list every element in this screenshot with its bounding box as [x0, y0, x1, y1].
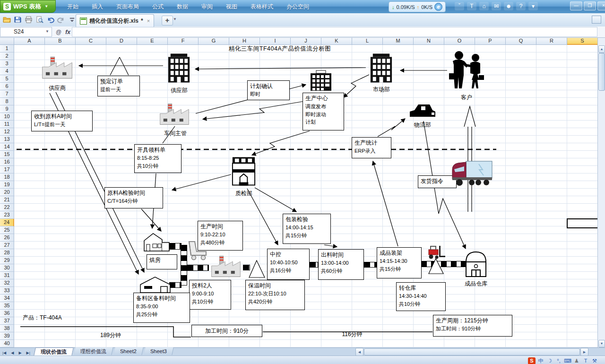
mail-icon[interactable]: ✉ [492, 2, 501, 10]
menu-item-3[interactable]: 公式 [146, 0, 170, 13]
row-header-40[interactable]: 40 [0, 340, 14, 347]
sheet-tab-3[interactable]: Sheet3 [144, 347, 173, 355]
wps-ime-icon[interactable]: S [528, 357, 536, 364]
row-header-6[interactable]: 6 [0, 83, 14, 90]
production-center-icon[interactable] [309, 70, 333, 91]
row-header-22[interactable]: 22 [0, 204, 14, 211]
wps-app-button[interactable]: S WPS 表格 ▼ [0, 0, 56, 13]
column-header-R[interactable]: R [536, 37, 567, 45]
row-header-8[interactable]: 8 [0, 98, 14, 105]
cycle-box[interactable]: 生产周期：1215分钟加工时间：910分钟 [433, 315, 512, 337]
chinese-mode-icon[interactable]: 中 [537, 357, 544, 364]
transfer-box[interactable]: 转仓库14:30-14:40共10分钟 [396, 282, 446, 311]
central-control-box[interactable]: 中控10:40-10:50共16分钟 [267, 249, 310, 280]
material-inspect-box[interactable]: 原料A检验时间C/T=164分钟 [104, 187, 163, 208]
row-header-2[interactable]: 2 [0, 52, 14, 60]
column-header-K[interactable]: K [321, 37, 352, 45]
feeding-box[interactable]: 投料2人9:00-9:10共10分钟 [189, 280, 231, 310]
truck-icon[interactable] [450, 158, 494, 190]
row-header-4[interactable]: 4 [0, 68, 14, 75]
row-header-25[interactable]: 25 [0, 226, 14, 234]
at-icon[interactable]: @ [56, 29, 61, 35]
print-icon[interactable] [24, 15, 33, 24]
production-stat-box[interactable]: 生产统计ERP录入 [352, 137, 391, 158]
column-header-H[interactable]: H [229, 37, 260, 45]
forklift-icon[interactable] [426, 244, 446, 260]
row-header-27[interactable]: 27 [0, 242, 14, 249]
column-header-D[interactable]: D [106, 37, 137, 45]
column-header-Q[interactable]: Q [506, 37, 536, 45]
sheet-nav-2[interactable]: ▶ [16, 351, 24, 355]
racking-box[interactable]: 成品装架14:15-14:30共15分钟 [377, 247, 422, 278]
row-header-13[interactable]: 13 [0, 136, 14, 143]
soft-keyboard-icon[interactable]: ⌨ [564, 357, 571, 364]
column-header-A[interactable]: A [14, 37, 45, 45]
browser-icon[interactable]: e [434, 3, 442, 11]
row-header-30[interactable]: 30 [0, 264, 14, 272]
skin-icon[interactable]: T [467, 2, 476, 10]
column-header-P[interactable]: P [475, 37, 506, 45]
row-header-11[interactable]: 11 [0, 121, 14, 128]
qc-dept-icon[interactable] [230, 156, 257, 186]
column-header-F[interactable]: F [168, 37, 199, 45]
row-header-3[interactable]: 3 [0, 60, 14, 68]
halfmoon-icon[interactable]: ☽ [546, 357, 553, 364]
help-icon[interactable]: ? [516, 2, 526, 10]
row-header-31[interactable]: 31 [0, 272, 14, 279]
row-header-17[interactable]: 17 [0, 166, 14, 173]
pack-inspect-box[interactable]: 包装检验14:00-14:15共15分钟 [283, 214, 331, 244]
customer-icon[interactable] [446, 51, 487, 90]
column-header-L[interactable]: L [352, 37, 383, 45]
row-header-10[interactable]: 10 [0, 113, 14, 121]
row-header-1[interactable]: 1 [0, 45, 14, 52]
tools-icon[interactable]: ⚒ [591, 357, 598, 364]
menu-item-4[interactable]: 数据 [170, 0, 195, 13]
row-header-21[interactable]: 21 [0, 196, 14, 204]
row-header-5[interactable]: 5 [0, 75, 14, 83]
order-box[interactable]: 预定订单提前一天 [97, 76, 140, 96]
close-tab-icon[interactable]: × [147, 18, 150, 24]
column-header-I[interactable]: I [260, 37, 291, 45]
row-header-18[interactable]: 18 [0, 173, 14, 181]
drying-room-box[interactable]: 烘房 [147, 254, 177, 269]
logistics-icon[interactable] [408, 102, 437, 120]
more-icon[interactable]: ▾ [528, 2, 538, 10]
vertical-scroll-thumb[interactable] [598, 53, 605, 91]
new-tab-button[interactable]: + [162, 16, 173, 26]
row-header-37[interactable]: 37 [0, 317, 14, 325]
menu-item-2[interactable]: 页面布局 [110, 0, 146, 13]
row-header-16[interactable]: 16 [0, 158, 14, 166]
cell-name-box[interactable]: S24 [0, 27, 52, 37]
production-factory-icon[interactable] [208, 255, 244, 278]
workshop-manager-icon[interactable] [156, 103, 192, 126]
sheet-nav-3[interactable]: ▶| [24, 351, 33, 355]
column-header-O[interactable]: O [444, 37, 475, 45]
process-time-box[interactable]: 加工时间：910分 [191, 325, 262, 337]
sheet-tab-1[interactable]: 理想价值流 [74, 347, 113, 355]
task-panel-icon[interactable] [592, 16, 601, 24]
row-header-32[interactable]: 32 [0, 279, 14, 287]
row-header-12[interactable]: 12 [0, 128, 14, 136]
menu-item-8[interactable]: 办公空间 [280, 0, 316, 13]
column-header-B[interactable]: B [45, 37, 76, 45]
network-speed-indicator[interactable]: ↓ 0.09K/S ↑ 0K/S e [389, 1, 446, 12]
plan-confirm-box[interactable]: 计划确认即时 [247, 80, 290, 100]
market-dept-icon[interactable] [367, 52, 395, 84]
open-folder-icon[interactable] [2, 15, 11, 24]
staging-barn-icon[interactable] [139, 276, 171, 294]
row-header-20[interactable]: 20 [0, 189, 14, 196]
undo-icon[interactable] [45, 15, 55, 24]
row-header-15[interactable]: 15 [0, 151, 14, 158]
row-header-23[interactable]: 23 [0, 211, 14, 219]
row-header-34[interactable]: 34 [0, 295, 14, 302]
collapse-chevron-icon[interactable]: ˇ [455, 2, 464, 10]
row-header-38[interactable]: 38 [0, 325, 14, 332]
drying-house-icon[interactable] [143, 232, 170, 252]
home-icon[interactable]: ⌂ [479, 2, 489, 10]
row-header-36[interactable]: 36 [0, 310, 14, 317]
row-header-26[interactable]: 26 [0, 234, 14, 242]
center-plan-box[interactable]: 生产中心调度发布即时滚动计划 [302, 93, 344, 130]
scroll-up-icon[interactable]: ▲ [598, 45, 605, 53]
finished-warehouse-icon[interactable] [464, 250, 488, 277]
insert-function-icon[interactable]: fx [65, 29, 70, 35]
